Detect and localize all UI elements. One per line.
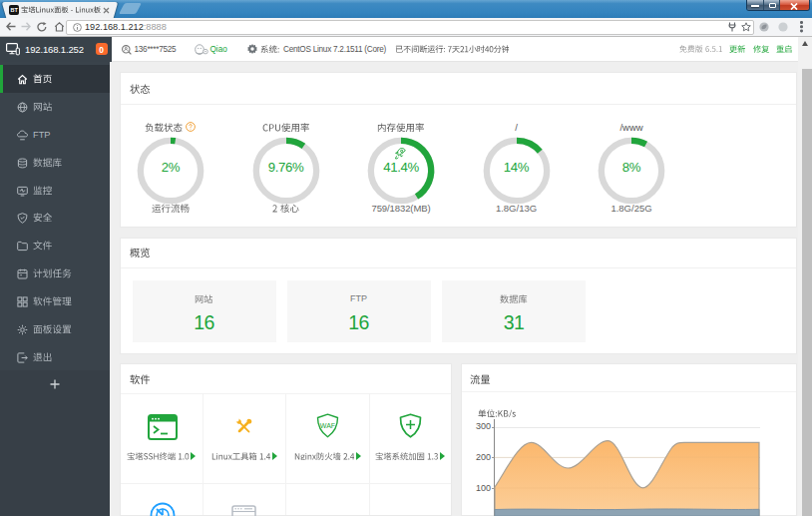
svg-text:WAF: WAF (320, 422, 335, 429)
